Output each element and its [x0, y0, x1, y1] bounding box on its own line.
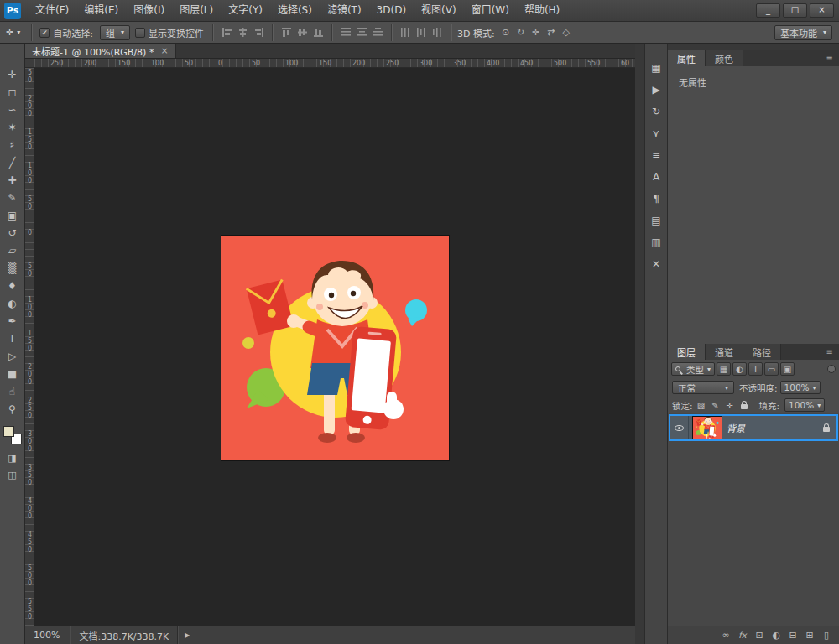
distribute-left-edges-icon[interactable] [398, 24, 414, 41]
align-horizontal-centers-icon[interactable] [235, 24, 251, 41]
menu-filter[interactable]: 滤镜(T) [320, 0, 369, 21]
layer-effects-icon[interactable]: fx [737, 631, 748, 640]
crop-tool[interactable]: ♯ [0, 136, 25, 153]
menu-select[interactable]: 选择(S) [270, 0, 320, 21]
paragraph-panel-icon[interactable]: ¶ [645, 188, 667, 210]
document-size-status[interactable]: 文档:338.7K/338.7K [70, 626, 178, 644]
vertical-ruler[interactable]: 250 200 150 100 50 0 50 100 150 200 250 … [25, 68, 34, 626]
tool-preset-picker[interactable]: ✛ ▾ [0, 27, 26, 38]
clone-source-panel-icon[interactable]: ✕ [645, 253, 667, 275]
canvas-area[interactable] [34, 68, 635, 626]
blur-tool[interactable]: ♦ [0, 277, 25, 294]
shape-tool[interactable]: ■ [0, 365, 25, 382]
tab-paths[interactable]: 路径 [743, 344, 781, 360]
pen-tool[interactable]: ✒ [0, 312, 25, 330]
menu-file[interactable]: 文件(F) [28, 0, 76, 21]
panel-menu-icon[interactable]: ≡ [826, 50, 839, 66]
delete-layer-icon[interactable]: ▯ [821, 630, 832, 641]
filter-shape-icon[interactable]: ▭ [764, 362, 779, 376]
auto-select-target-dropdown[interactable]: 组 ▾ [100, 25, 130, 40]
menu-help[interactable]: 帮助(H) [517, 0, 567, 21]
filter-smartobject-icon[interactable]: ▣ [780, 362, 795, 376]
auto-select-checkbox[interactable]: ✓ [39, 28, 50, 38]
foreground-color-swatch[interactable] [3, 426, 14, 437]
lock-transparent-icon[interactable]: ▨ [696, 401, 707, 410]
close-button[interactable]: × [810, 3, 834, 18]
dodge-tool[interactable]: ◐ [0, 294, 25, 312]
3d-slide-icon[interactable]: ⇄ [544, 27, 559, 38]
new-layer-icon[interactable]: ⊞ [804, 630, 816, 641]
lock-all-icon[interactable] [741, 404, 748, 409]
zoom-tool[interactable]: ⚲ [0, 400, 25, 418]
color-swatches[interactable] [3, 426, 22, 444]
tab-properties[interactable]: 属性 [668, 50, 706, 66]
marquee-tool[interactable]: ◻ [0, 83, 25, 101]
distribute-vertical-centers-icon[interactable] [354, 24, 370, 41]
distribute-bottom-edges-icon[interactable] [370, 24, 386, 41]
move-tool[interactable]: ✛ [0, 65, 25, 83]
layer-group-icon[interactable]: ⊟ [787, 630, 799, 641]
workspace-switcher[interactable]: 基本功能 ▾ [774, 25, 832, 40]
layer-name[interactable]: 背景 [727, 421, 821, 434]
ruler-corner[interactable] [25, 59, 34, 68]
filter-type-icon[interactable]: T [748, 362, 763, 376]
actions-panel-icon[interactable]: ▶ [645, 79, 667, 101]
menu-edit[interactable]: 编辑(E) [76, 0, 126, 21]
menu-image[interactable]: 图像(I) [126, 0, 172, 21]
adjustments-panel-icon[interactable]: ≡ [645, 144, 667, 166]
hand-tool[interactable]: ☝ [0, 382, 25, 400]
gradient-tool[interactable]: ▒ [0, 259, 25, 277]
menu-3d[interactable]: 3D(D) [369, 0, 414, 21]
lock-move-icon[interactable]: ✛ [724, 401, 736, 410]
tab-color[interactable]: 颜色 [706, 50, 743, 66]
align-right-edges-icon[interactable] [251, 24, 267, 41]
eyedropper-tool[interactable]: ╱ [0, 153, 25, 171]
notes-panel-icon[interactable]: ▥ [645, 231, 667, 253]
opacity-field[interactable]: 100% ▾ [780, 381, 821, 394]
3d-pan-icon[interactable]: ✛ [529, 27, 544, 38]
layer-visibility-toggle[interactable] [670, 416, 689, 439]
screen-mode-button[interactable]: ◫ [0, 466, 25, 483]
lock-paint-icon[interactable]: ✎ [710, 401, 722, 410]
filter-adjustment-icon[interactable]: ◐ [732, 362, 747, 376]
clone-stamp-tool[interactable]: ▣ [0, 206, 25, 224]
info-panel-icon[interactable]: ▤ [645, 210, 667, 231]
align-bottom-edges-icon[interactable] [310, 24, 326, 41]
character-panel-icon[interactable]: A [645, 166, 667, 188]
link-layers-icon[interactable]: ∞ [720, 630, 732, 641]
layer-thumbnail[interactable] [693, 417, 722, 439]
type-tool[interactable]: T [0, 330, 25, 347]
menu-view[interactable]: 视图(V) [414, 0, 464, 21]
panel-menu-icon[interactable]: ≡ [826, 344, 839, 360]
path-selection-tool[interactable]: ▷ [0, 347, 25, 365]
align-top-edges-icon[interactable] [279, 24, 294, 41]
zoom-level-field[interactable]: 100% [25, 626, 70, 644]
distribute-right-edges-icon[interactable] [430, 24, 446, 41]
document-tab[interactable]: 未标题-1 @ 100%(RGB/8) * × [25, 44, 176, 58]
fill-field[interactable]: 100% ▾ [784, 398, 825, 412]
3d-roll-icon[interactable]: ↻ [513, 27, 529, 38]
distribute-horizontal-centers-icon[interactable] [414, 24, 430, 41]
layer-mask-icon[interactable]: ⊡ [753, 630, 765, 641]
menu-window[interactable]: 窗口(W) [464, 0, 517, 21]
filter-pixel-icon[interactable]: ▦ [717, 362, 731, 376]
adjustment-layer-icon[interactable]: ◐ [770, 630, 782, 641]
quick-selection-tool[interactable]: ✶ [0, 118, 25, 136]
distribute-top-edges-icon[interactable] [338, 24, 354, 41]
blend-mode-dropdown[interactable]: 正常 ▾ [672, 381, 734, 394]
3d-scale-icon[interactable]: ◇ [559, 27, 574, 38]
align-vertical-centers-icon[interactable] [294, 24, 310, 41]
eraser-tool[interactable]: ▱ [0, 242, 25, 259]
status-popup-arrow-icon[interactable]: ▶ [185, 631, 190, 639]
maximize-button[interactable]: □ [783, 3, 807, 18]
history-brush-tool[interactable]: ↺ [0, 224, 25, 242]
tab-close-icon[interactable]: × [160, 45, 168, 56]
healing-brush-tool[interactable]: ✚ [0, 171, 25, 189]
layer-locked-icon[interactable] [823, 427, 830, 432]
tab-layers[interactable]: 图层 [668, 344, 706, 360]
layer-row-background[interactable]: 背景 [669, 414, 838, 441]
menu-type[interactable]: 文字(Y) [221, 0, 270, 21]
3d-orbit-icon[interactable]: ⊙ [498, 27, 513, 38]
minimize-button[interactable]: _ [756, 3, 780, 18]
show-transform-checkbox[interactable] [135, 28, 145, 38]
